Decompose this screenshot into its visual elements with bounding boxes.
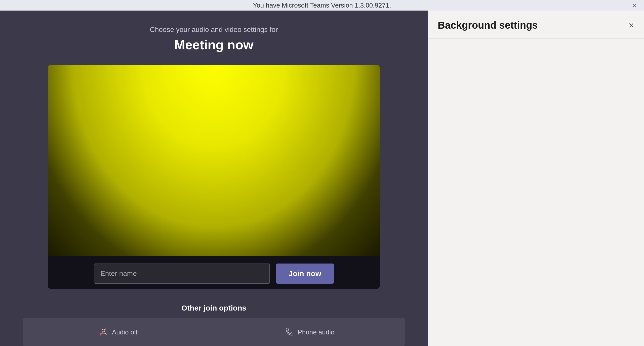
main-layout: Choose your audio and video settings for… bbox=[0, 11, 644, 346]
join-now-button[interactable]: Join now bbox=[276, 264, 334, 284]
background-settings-title: Background settings bbox=[438, 20, 538, 31]
name-input[interactable] bbox=[94, 264, 270, 284]
subtitle-text: Choose your audio and video settings for bbox=[150, 26, 278, 34]
notification-close-button[interactable]: × bbox=[633, 2, 636, 9]
meeting-title: Meeting now bbox=[174, 37, 254, 52]
background-settings-content bbox=[428, 39, 644, 346]
options-buttons-row: Audio off Phone audio bbox=[0, 318, 428, 346]
video-preview bbox=[48, 65, 380, 256]
audio-off-label: Audio off bbox=[112, 328, 138, 336]
left-panel: Choose your audio and video settings for… bbox=[0, 11, 428, 346]
phone-audio-button[interactable]: Phone audio bbox=[214, 318, 405, 346]
video-bottom-bar: Join now bbox=[48, 256, 380, 289]
svg-line-14 bbox=[100, 329, 106, 336]
other-join-options-title: Other join options bbox=[0, 304, 428, 312]
other-join-options-section: Other join options Audio off Phone audio bbox=[0, 304, 428, 346]
name-join-row: Join now bbox=[63, 264, 365, 284]
background-settings-close-button[interactable]: × bbox=[629, 21, 634, 30]
right-panel: Background settings × bbox=[428, 11, 644, 346]
phone-audio-label: Phone audio bbox=[298, 328, 334, 336]
video-card: Join now bbox=[48, 65, 380, 289]
notification-text: You have Microsoft Teams Version 1.3.00.… bbox=[253, 2, 391, 9]
notification-bar: You have Microsoft Teams Version 1.3.00.… bbox=[0, 0, 644, 11]
background-settings-header: Background settings × bbox=[428, 11, 644, 39]
audio-off-button[interactable]: Audio off bbox=[23, 318, 214, 346]
